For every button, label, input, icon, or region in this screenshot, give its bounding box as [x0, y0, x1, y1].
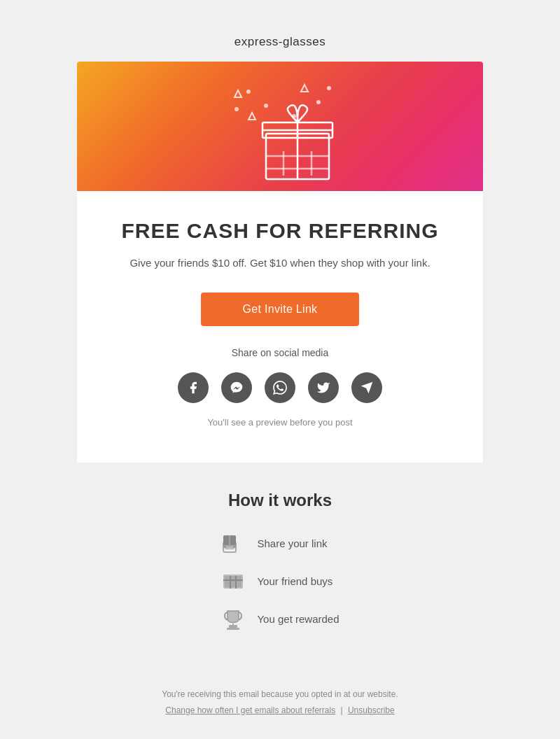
svg-point-5 [316, 100, 321, 104]
main-subtitle: Give your friends $10 off. Get $10 when … [112, 255, 448, 272]
footer: You're receiving this email because you … [77, 667, 483, 729]
step-1-label: Share your link [257, 537, 327, 549]
share-icon [220, 531, 246, 556]
header-logo: express-glasses [77, 21, 483, 62]
step-1: Share your link [220, 531, 327, 556]
svg-point-8 [327, 86, 331, 90]
svg-marker-0 [234, 90, 241, 97]
reward-icon [220, 607, 246, 632]
hero-banner [77, 62, 483, 191]
social-icons-container [112, 372, 448, 403]
step-2-label: Your friend buys [257, 575, 332, 587]
whatsapp-icon[interactable] [265, 372, 295, 403]
logo-text: express-glasses [234, 35, 326, 48]
footer-links: Change how often I get emails about refe… [112, 705, 448, 715]
step-3-label: You get rewarded [257, 613, 339, 625]
how-it-works-title: How it works [112, 491, 448, 510]
footer-description: You're receiving this email because you … [112, 688, 448, 701]
svg-point-3 [246, 90, 251, 94]
svg-point-4 [264, 104, 268, 108]
svg-marker-2 [248, 113, 255, 120]
how-it-works-section: How it works Share your link [77, 463, 483, 667]
change-referrals-link[interactable]: Change how often I get emails about refe… [165, 705, 335, 715]
share-label: Share on social media [112, 347, 448, 358]
messenger-icon[interactable] [221, 372, 252, 403]
facebook-icon[interactable] [178, 372, 209, 403]
gift-svg [210, 71, 350, 183]
gift-illustration [210, 71, 350, 183]
svg-point-7 [234, 107, 239, 111]
email-container: FREE CASH FOR REFERRING Give your friend… [77, 62, 483, 667]
main-title: FREE CASH FOR REFERRING [112, 219, 448, 243]
cart-icon [220, 569, 246, 594]
step-3: You get rewarded [220, 607, 339, 632]
svg-rect-26 [225, 576, 241, 587]
steps-list: Share your link Your friend buys [220, 531, 339, 632]
svg-marker-1 [301, 85, 308, 92]
unsubscribe-link[interactable]: Unsubscribe [348, 705, 395, 715]
footer-separator: | [340, 705, 342, 715]
main-content: FREE CASH FOR REFERRING Give your friend… [77, 191, 483, 463]
svg-rect-31 [227, 628, 239, 630]
step-2: Your friend buys [220, 569, 332, 594]
svg-rect-30 [229, 625, 237, 628]
twitter-icon[interactable] [308, 372, 339, 403]
preview-text: You'll see a preview before you post [112, 417, 448, 428]
invite-button[interactable]: Get Invite Link [201, 293, 360, 326]
telegram-icon[interactable] [351, 372, 382, 403]
